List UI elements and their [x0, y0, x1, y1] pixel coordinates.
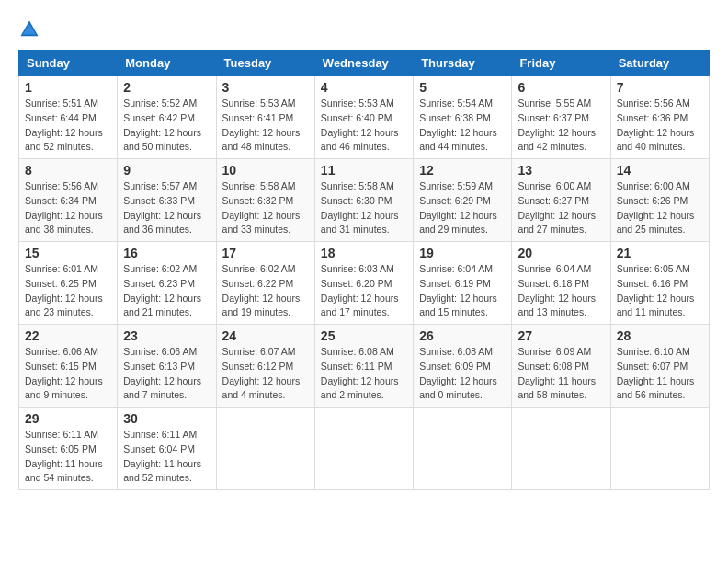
day-cell-23: 23 Sunrise: 6:06 AM Sunset: 6:13 PM Dayl… [118, 325, 216, 408]
sunset-text: Sunset: 6:16 PM [617, 278, 688, 289]
daylight-label: Daylight: 12 hours and 38 minutes. [25, 210, 103, 236]
sunset-text: Sunset: 6:19 PM [419, 278, 491, 289]
sunrise-text: Sunrise: 6:01 AM [25, 263, 98, 274]
daylight-label: Daylight: 12 hours and 2 minutes. [321, 375, 399, 401]
sunset-text: Sunset: 6:11 PM [321, 361, 392, 372]
sunset-text: Sunset: 6:38 PM [419, 112, 491, 123]
day-number: 15 [25, 246, 111, 260]
day-number: 17 [222, 246, 309, 260]
sunrise-text: Sunrise: 6:09 AM [518, 346, 591, 357]
sunrise-text: Sunrise: 6:02 AM [123, 263, 197, 274]
sunset-text: Sunset: 6:22 PM [222, 278, 294, 289]
sunrise-text: Sunrise: 5:58 AM [321, 180, 394, 191]
daylight-label: Daylight: 12 hours and 36 minutes. [123, 210, 201, 236]
sunrise-text: Sunrise: 6:00 AM [518, 180, 591, 191]
sunset-text: Sunset: 6:41 PM [222, 112, 294, 123]
day-cell-19: 19 Sunrise: 6:04 AM Sunset: 6:19 PM Dayl… [414, 242, 512, 325]
day-header-thursday: Thursday [414, 51, 512, 76]
day-cell-2: 2 Sunrise: 5:52 AM Sunset: 6:42 PM Dayli… [118, 76, 216, 159]
calendar-table: SundayMondayTuesdayWednesdayThursdayFrid… [18, 50, 710, 490]
day-number: 5 [419, 80, 506, 95]
day-cell-11: 11 Sunrise: 5:58 AM Sunset: 6:30 PM Dayl… [314, 159, 413, 242]
daylight-label: Daylight: 12 hours and 4 minutes. [222, 375, 301, 401]
day-cell-29: 29 Sunrise: 6:11 AM Sunset: 6:05 PM Dayl… [19, 408, 118, 490]
sunrise-text: Sunrise: 6:02 AM [222, 263, 296, 274]
sunset-text: Sunset: 6:15 PM [25, 361, 97, 372]
daylight-label: Daylight: 12 hours and 7 minutes. [123, 375, 201, 401]
sunrise-text: Sunrise: 6:04 AM [518, 263, 591, 274]
day-cell-30: 30 Sunrise: 6:11 AM Sunset: 6:04 PM Dayl… [118, 408, 216, 490]
sunrise-text: Sunrise: 6:06 AM [25, 346, 98, 357]
sunrise-text: Sunrise: 6:10 AM [617, 346, 690, 357]
sunset-text: Sunset: 6:40 PM [321, 112, 392, 123]
day-number: 25 [321, 328, 407, 343]
daylight-label: Daylight: 11 hours and 52 minutes. [123, 458, 201, 484]
daylight-label: Daylight: 12 hours and 48 minutes. [222, 127, 301, 153]
daylight-label: Daylight: 12 hours and 27 minutes. [518, 210, 596, 236]
daylight-label: Daylight: 12 hours and 44 minutes. [419, 127, 497, 153]
daylight-label: Daylight: 12 hours and 46 minutes. [321, 127, 399, 153]
sunrise-text: Sunrise: 6:08 AM [321, 346, 394, 357]
day-number: 20 [518, 246, 604, 260]
day-number: 6 [518, 80, 604, 95]
day-cell-22: 22 Sunrise: 6:06 AM Sunset: 6:15 PM Dayl… [19, 325, 118, 408]
sunset-text: Sunset: 6:42 PM [123, 112, 195, 123]
daylight-label: Daylight: 12 hours and 25 minutes. [617, 210, 695, 236]
day-number: 1 [25, 80, 111, 95]
day-cell-4: 4 Sunrise: 5:53 AM Sunset: 6:40 PM Dayli… [314, 76, 413, 159]
daylight-label: Daylight: 12 hours and 40 minutes. [617, 127, 695, 153]
day-number: 16 [123, 246, 210, 260]
sunset-text: Sunset: 6:26 PM [617, 195, 688, 206]
sunset-text: Sunset: 6:37 PM [518, 112, 589, 123]
day-number: 26 [419, 328, 506, 343]
sunrise-text: Sunrise: 6:11 AM [25, 429, 98, 440]
day-cell-28: 28 Sunrise: 6:10 AM Sunset: 6:07 PM Dayl… [610, 325, 709, 408]
day-number: 22 [25, 328, 111, 343]
sunset-text: Sunset: 6:13 PM [123, 361, 195, 372]
day-number: 24 [222, 328, 309, 343]
day-header-sunday: Sunday [19, 51, 118, 76]
day-cell-15: 15 Sunrise: 6:01 AM Sunset: 6:25 PM Dayl… [19, 242, 118, 325]
day-number: 28 [617, 328, 703, 343]
day-header-saturday: Saturday [610, 51, 709, 76]
day-cell-7: 7 Sunrise: 5:56 AM Sunset: 6:36 PM Dayli… [610, 76, 709, 159]
day-cell-20: 20 Sunrise: 6:04 AM Sunset: 6:18 PM Dayl… [512, 242, 610, 325]
day-header-wednesday: Wednesday [314, 51, 413, 76]
calendar-row-3: 15 Sunrise: 6:01 AM Sunset: 6:25 PM Dayl… [19, 242, 710, 325]
empty-cell [216, 408, 314, 490]
sunrise-text: Sunrise: 6:05 AM [617, 263, 690, 274]
day-header-tuesday: Tuesday [216, 51, 314, 76]
sunrise-text: Sunrise: 5:57 AM [123, 180, 197, 191]
logo-icon [18, 18, 40, 40]
daylight-label: Daylight: 11 hours and 56 minutes. [617, 375, 695, 401]
day-cell-18: 18 Sunrise: 6:03 AM Sunset: 6:20 PM Dayl… [314, 242, 413, 325]
page-header [18, 18, 710, 40]
daylight-label: Daylight: 12 hours and 21 minutes. [123, 293, 201, 318]
daylight-label: Daylight: 12 hours and 13 minutes. [518, 293, 596, 318]
sunset-text: Sunset: 6:23 PM [123, 278, 195, 289]
daylight-label: Daylight: 12 hours and 11 minutes. [617, 293, 695, 318]
day-cell-17: 17 Sunrise: 6:02 AM Sunset: 6:22 PM Dayl… [216, 242, 314, 325]
sunset-text: Sunset: 6:29 PM [419, 195, 491, 206]
day-number: 23 [123, 328, 210, 343]
sunset-text: Sunset: 6:05 PM [25, 443, 97, 454]
sunrise-text: Sunrise: 6:04 AM [419, 263, 493, 274]
empty-cell [414, 408, 512, 490]
day-cell-10: 10 Sunrise: 5:58 AM Sunset: 6:32 PM Dayl… [216, 159, 314, 242]
sunset-text: Sunset: 6:27 PM [518, 195, 589, 206]
day-number: 19 [419, 246, 506, 260]
daylight-label: Daylight: 12 hours and 15 minutes. [419, 293, 497, 318]
day-number: 4 [321, 80, 407, 95]
day-number: 3 [222, 80, 309, 95]
daylight-label: Daylight: 12 hours and 0 minutes. [419, 375, 497, 401]
sunset-text: Sunset: 6:32 PM [222, 195, 294, 206]
empty-cell [610, 408, 709, 490]
day-number: 12 [419, 163, 506, 178]
empty-cell [512, 408, 610, 490]
sunset-text: Sunset: 6:12 PM [222, 361, 294, 372]
daylight-label: Daylight: 12 hours and 19 minutes. [222, 293, 301, 318]
daylight-label: Daylight: 12 hours and 29 minutes. [419, 210, 497, 236]
sunrise-text: Sunrise: 5:54 AM [419, 98, 493, 109]
sunrise-text: Sunrise: 5:56 AM [617, 98, 690, 109]
day-number: 29 [25, 411, 111, 426]
